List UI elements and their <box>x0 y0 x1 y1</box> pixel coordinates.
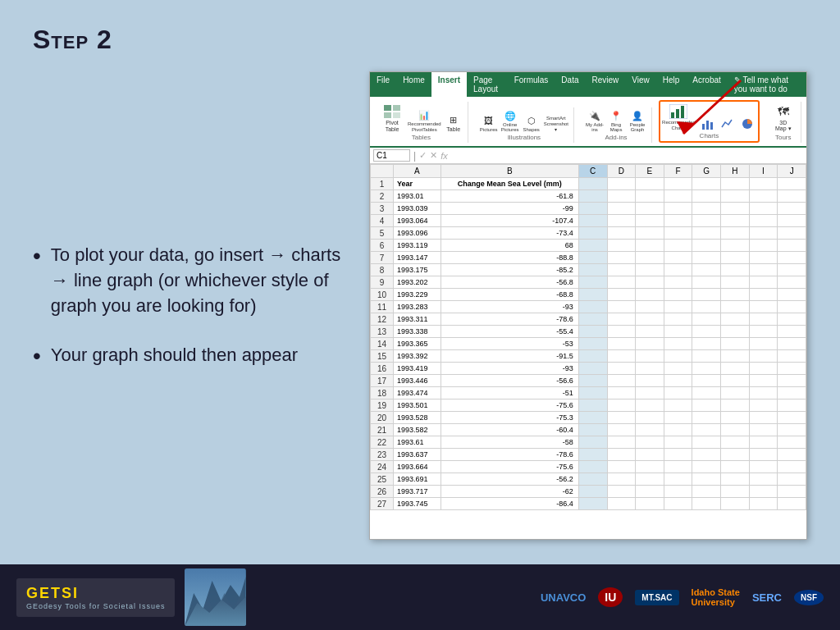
cell-e11[interactable] <box>636 301 664 313</box>
cell-a23[interactable]: 1993.637 <box>394 449 441 461</box>
cell-i24[interactable] <box>749 461 778 473</box>
cell-b24[interactable]: -75.6 <box>441 461 578 473</box>
cell-g12[interactable] <box>692 313 721 326</box>
cell-i14[interactable] <box>749 338 778 350</box>
cell-d17[interactable] <box>607 375 636 387</box>
cell-d18[interactable] <box>607 387 636 399</box>
cell-a1[interactable]: Year <box>394 178 441 190</box>
cell-f9[interactable] <box>664 276 692 289</box>
cell-i12[interactable] <box>749 313 778 326</box>
cell-g18[interactable] <box>692 387 721 399</box>
cell-e5[interactable] <box>636 227 664 240</box>
cell-c16[interactable] <box>578 363 607 375</box>
cell-i9[interactable] <box>749 276 778 289</box>
cell-j8[interactable] <box>778 264 806 276</box>
cell-j18[interactable] <box>778 387 806 399</box>
cell-c1[interactable] <box>578 178 607 190</box>
cell-d23[interactable] <box>607 449 636 461</box>
cell-c13[interactable] <box>578 326 607 338</box>
cell-f5[interactable] <box>664 227 692 240</box>
cell-i4[interactable] <box>749 215 778 227</box>
cell-h13[interactable] <box>721 326 750 338</box>
cell-e15[interactable] <box>636 350 664 363</box>
cell-i1[interactable] <box>749 178 778 190</box>
cell-g9[interactable] <box>692 276 721 289</box>
cell-i13[interactable] <box>749 326 778 338</box>
cell-g24[interactable] <box>692 461 721 473</box>
cell-f7[interactable] <box>664 252 692 264</box>
cell-h27[interactable] <box>721 498 750 510</box>
cell-e22[interactable] <box>636 436 664 449</box>
cell-c17[interactable] <box>578 375 607 387</box>
tab-view[interactable]: View <box>625 72 656 97</box>
cell-b9[interactable]: -56.8 <box>441 276 578 289</box>
cell-j1[interactable] <box>778 178 806 190</box>
cell-d13[interactable] <box>607 326 636 338</box>
cell-f11[interactable] <box>664 301 692 313</box>
cell-g17[interactable] <box>692 375 721 387</box>
cell-g1[interactable] <box>692 178 721 190</box>
cell-f20[interactable] <box>664 412 692 424</box>
cell-b13[interactable]: -55.4 <box>441 326 578 338</box>
cell-i16[interactable] <box>749 363 778 375</box>
cell-a19[interactable]: 1993.501 <box>394 399 441 412</box>
bing-maps-button[interactable]: 📍 BingMaps <box>607 109 625 132</box>
cell-d11[interactable] <box>607 301 636 313</box>
cell-e26[interactable] <box>636 486 664 498</box>
cell-b5[interactable]: -73.4 <box>441 227 578 240</box>
cell-h14[interactable] <box>721 338 750 350</box>
tab-data[interactable]: Data <box>555 72 585 97</box>
cell-c19[interactable] <box>578 399 607 412</box>
cell-e24[interactable] <box>636 461 664 473</box>
3d-map-button[interactable]: 🗺 3DMap ▾ <box>771 103 796 132</box>
cell-h18[interactable] <box>721 387 750 399</box>
cell-g21[interactable] <box>692 424 721 436</box>
cell-c12[interactable] <box>578 313 607 326</box>
cell-e1[interactable] <box>636 178 664 190</box>
cell-d19[interactable] <box>607 399 636 412</box>
cell-a9[interactable]: 1993.202 <box>394 276 441 289</box>
cell-f19[interactable] <box>664 399 692 412</box>
cell-b27[interactable]: -86.4 <box>441 498 578 510</box>
cell-e14[interactable] <box>636 338 664 350</box>
cell-a17[interactable]: 1993.446 <box>394 375 441 387</box>
cell-f6[interactable] <box>664 240 692 252</box>
cell-f3[interactable] <box>664 203 692 215</box>
cell-h17[interactable] <box>721 375 750 387</box>
cell-e23[interactable] <box>636 449 664 461</box>
cell-a16[interactable]: 1993.419 <box>394 363 441 375</box>
cell-h23[interactable] <box>721 449 750 461</box>
cell-c24[interactable] <box>578 461 607 473</box>
cell-f24[interactable] <box>664 461 692 473</box>
cell-b6[interactable]: 68 <box>441 240 578 252</box>
cell-h12[interactable] <box>721 313 750 326</box>
cell-d24[interactable] <box>607 461 636 473</box>
cell-d9[interactable] <box>607 276 636 289</box>
cell-f27[interactable] <box>664 498 692 510</box>
cell-f15[interactable] <box>664 350 692 363</box>
cell-g3[interactable] <box>692 203 721 215</box>
cell-b25[interactable]: -56.2 <box>441 473 578 486</box>
cell-j15[interactable] <box>778 350 806 363</box>
cell-i11[interactable] <box>749 301 778 313</box>
cell-f1[interactable] <box>664 178 692 190</box>
cell-c21[interactable] <box>578 424 607 436</box>
cell-j23[interactable] <box>778 449 806 461</box>
cell-i25[interactable] <box>749 473 778 486</box>
cell-h2[interactable] <box>721 190 750 203</box>
cell-e13[interactable] <box>636 326 664 338</box>
cell-j17[interactable] <box>778 375 806 387</box>
cell-j11[interactable] <box>778 301 806 313</box>
cell-g16[interactable] <box>692 363 721 375</box>
cell-e10[interactable] <box>636 289 664 301</box>
pictures-button[interactable]: 🖼 Pictures <box>480 114 498 132</box>
cell-c18[interactable] <box>578 387 607 399</box>
cell-e6[interactable] <box>636 240 664 252</box>
cell-g14[interactable] <box>692 338 721 350</box>
cell-j22[interactable] <box>778 436 806 449</box>
cell-g19[interactable] <box>692 399 721 412</box>
cell-a12[interactable]: 1993.311 <box>394 313 441 326</box>
cell-g25[interactable] <box>692 473 721 486</box>
cell-a8[interactable]: 1993.175 <box>394 264 441 276</box>
cell-h15[interactable] <box>721 350 750 363</box>
